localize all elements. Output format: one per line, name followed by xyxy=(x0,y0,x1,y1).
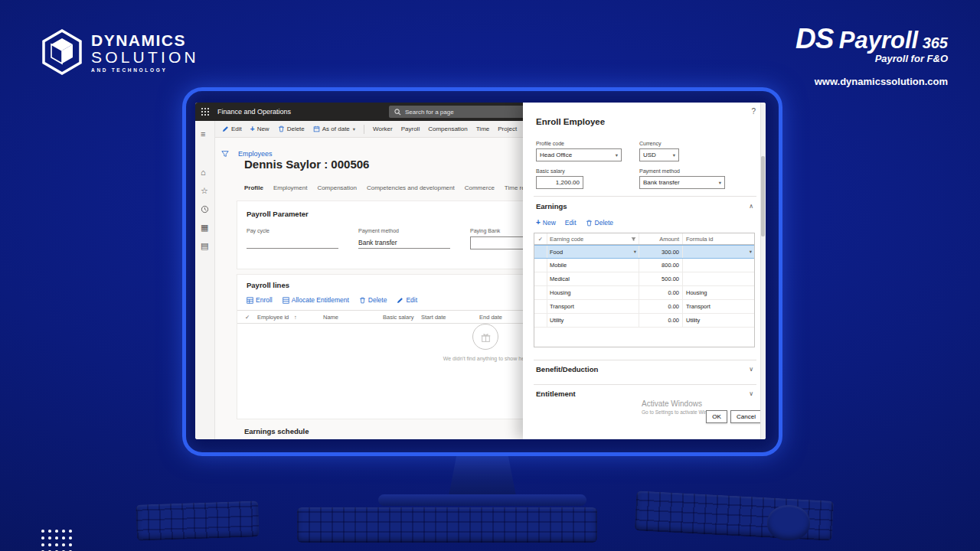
website-url: www.dynamicssolution.com xyxy=(795,76,948,87)
modules-icon[interactable]: ▤ xyxy=(201,242,208,250)
logo-line-2: SOLUTION xyxy=(91,49,199,66)
mouse xyxy=(767,505,810,540)
ok-button[interactable]: OK xyxy=(706,410,727,423)
earnings-row-transport[interactable]: Transport 0.00 Transport xyxy=(534,300,754,314)
chevron-down-icon: ▾ xyxy=(673,152,675,158)
tab-employment[interactable]: Employment xyxy=(273,184,307,191)
keyboard-center xyxy=(297,507,597,543)
enroll-button[interactable]: Enroll xyxy=(247,296,273,304)
payment-method-input[interactable]: Bank transfer xyxy=(358,236,450,249)
earnings-row-food[interactable]: Food▾ 300.00 ▾ xyxy=(534,245,754,259)
edit-button[interactable]: Edit xyxy=(222,126,242,132)
earnings-new-button[interactable]: + New xyxy=(536,219,556,227)
waffle-icon[interactable] xyxy=(201,107,210,116)
earnings-delete-button[interactable]: Delete xyxy=(586,219,614,227)
lines-delete-button[interactable]: Delete xyxy=(359,296,387,304)
dialog-scrollbar[interactable] xyxy=(760,103,766,439)
menu-compensation[interactable]: Compensation xyxy=(428,126,468,132)
dialog-payment-method-select[interactable]: Bank transfer ▾ xyxy=(639,176,725,189)
col-name[interactable]: Name xyxy=(323,314,338,321)
entitlement-section-header[interactable]: Entitlement ∨ xyxy=(536,390,753,398)
earnings-edit-button[interactable]: Edit xyxy=(565,219,577,227)
payroll365-wordmark: DS Payroll 365 xyxy=(795,23,948,55)
tab-commerce[interactable]: Commerce xyxy=(465,184,495,191)
poster-background: DYNAMICS SOLUTION AND TECHNOLOGY DS Payr… xyxy=(0,0,980,551)
recent-clock-icon[interactable] xyxy=(201,205,209,215)
chevron-down-icon[interactable]: ▾ xyxy=(750,249,752,255)
col-end-date[interactable]: End date xyxy=(479,314,502,321)
col-start-date[interactable]: Start date xyxy=(421,314,446,321)
as-of-date-button[interactable]: As of date ▾ xyxy=(313,126,355,132)
activate-windows-watermark: Activate Windows xyxy=(642,399,702,408)
enroll-employee-dialog: ? Enroll Employee Profile code Head Offi… xyxy=(523,103,766,439)
earnings-grid-header: ✓ Earning code Amount Formula id xyxy=(534,233,754,245)
basic-salary-field: Basic salary 1,200.00 xyxy=(536,168,583,189)
col-earning-code[interactable]: Earning code xyxy=(547,233,639,244)
delete-button[interactable]: Delete xyxy=(278,126,305,132)
col-employee-id[interactable]: Employee id xyxy=(257,314,289,321)
earnings-row-utility[interactable]: Utility 0.00 Utility xyxy=(534,314,754,328)
pay-cycle-field: Pay cycle xyxy=(247,228,338,249)
pencil-icon xyxy=(397,297,403,304)
ribbon-separator xyxy=(364,125,364,134)
dialog-title: Enroll Employee xyxy=(536,117,605,126)
monitor-stand-neck xyxy=(449,455,516,496)
chevron-down-icon: ∨ xyxy=(749,366,753,373)
menu-icon[interactable]: ≡ xyxy=(201,130,205,139)
payroll365-logo: DS Payroll 365 Payroll for F&O www.dynam… xyxy=(795,23,948,87)
app-title: Finance and Operations xyxy=(217,108,291,116)
earnings-row-housing[interactable]: Housing 0.00 Housing xyxy=(534,286,754,300)
earnings-row-medical[interactable]: Medical 500.00 xyxy=(534,272,754,286)
chevron-up-icon: ∧ xyxy=(749,203,753,210)
basic-salary-input[interactable]: 1,200.00 xyxy=(536,176,583,189)
scrollbar-thumb[interactable] xyxy=(761,156,765,236)
chevron-down-icon: ▾ xyxy=(353,126,355,132)
earnings-row-mobile[interactable]: Mobile 800.00 xyxy=(534,259,754,272)
page-tabs: Profile Employment Compensation Competen… xyxy=(244,184,550,191)
payroll-word: Payroll xyxy=(839,27,918,54)
keyboard-left xyxy=(136,500,260,541)
col-basic-salary[interactable]: Basic salary xyxy=(383,314,413,321)
pencil-icon xyxy=(222,126,229,132)
col-amount[interactable]: Amount xyxy=(639,233,682,244)
new-button[interactable]: + New xyxy=(250,126,270,132)
star-icon[interactable]: ☆ xyxy=(201,187,208,195)
divider xyxy=(534,196,756,197)
pay-cycle-input[interactable] xyxy=(247,236,338,249)
earnings-schedule-title: Earnings schedule xyxy=(244,427,309,435)
cancel-button[interactable]: Cancel xyxy=(730,410,762,423)
menu-project[interactable]: Project xyxy=(498,126,517,132)
divider xyxy=(534,360,756,360)
chevron-down-icon: ▾ xyxy=(719,180,721,186)
earnings-section-header[interactable]: Earnings ∧ xyxy=(536,202,753,210)
empty-state-gift-icon xyxy=(472,324,498,350)
plus-icon: + xyxy=(250,126,255,132)
home-icon[interactable]: ⌂ xyxy=(201,168,206,177)
tab-profile[interactable]: Profile xyxy=(244,184,263,191)
workspaces-icon[interactable]: ▦ xyxy=(201,223,208,232)
plus-icon: + xyxy=(536,220,541,226)
help-icon[interactable]: ? xyxy=(751,107,756,116)
chevron-down-icon: ▾ xyxy=(616,152,618,158)
tab-compensation[interactable]: Compensation xyxy=(317,184,357,191)
menu-worker[interactable]: Worker xyxy=(373,126,393,132)
payment-method-field: Payment method Bank transfer xyxy=(358,228,450,249)
menu-time[interactable]: Time xyxy=(476,126,489,132)
filter-funnel-icon[interactable] xyxy=(221,147,229,161)
menu-payroll[interactable]: Payroll xyxy=(401,126,420,132)
currency-select[interactable]: USD ▾ xyxy=(639,148,679,161)
trash-icon xyxy=(586,220,593,227)
profile-code-select[interactable]: Head Office ▾ xyxy=(536,148,622,161)
breadcrumb[interactable]: Employees xyxy=(238,150,273,158)
logo-line-1: DYNAMICS xyxy=(91,32,199,49)
checkmark-icon: ✓ xyxy=(534,236,547,243)
allocate-entitlement-button[interactable]: Allocate Entitlement xyxy=(283,296,349,304)
chevron-down-icon[interactable]: ▾ xyxy=(634,249,636,255)
search-input[interactable]: Search for a page xyxy=(389,106,533,118)
tab-competencies[interactable]: Competencies and development xyxy=(367,184,455,191)
col-formula-id[interactable]: Formula id xyxy=(682,233,754,244)
lines-edit-button[interactable]: Edit xyxy=(397,296,417,304)
dynamics-logo-text: DYNAMICS SOLUTION AND TECHNOLOGY xyxy=(91,32,199,73)
benefit-deduction-section-header[interactable]: Benefit/Deduction ∨ xyxy=(536,365,753,373)
hexagon-cube-icon xyxy=(41,29,83,75)
